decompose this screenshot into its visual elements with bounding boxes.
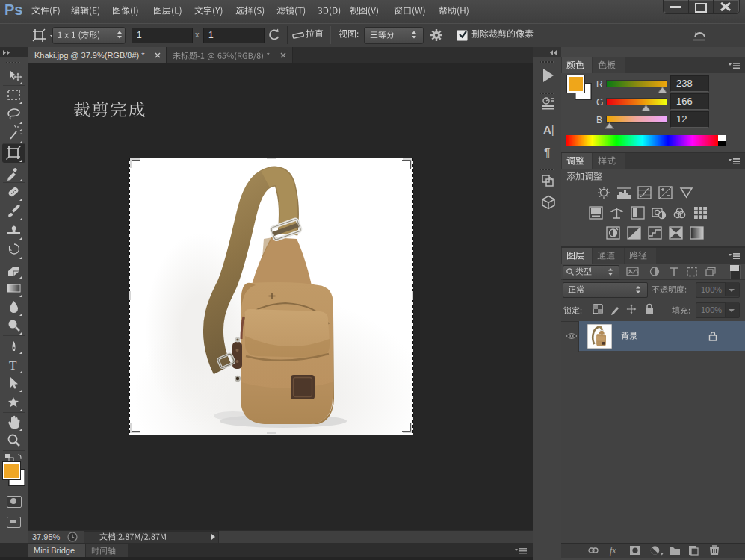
svg-text:fx: fx	[610, 545, 616, 556]
svg-text:T: T	[9, 358, 17, 373]
